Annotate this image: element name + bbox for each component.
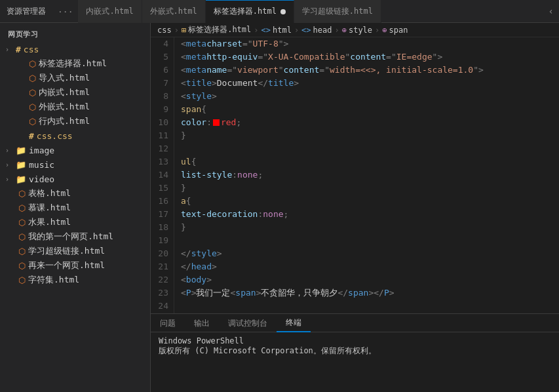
code-line-12 — [181, 142, 559, 155]
sidebar-item-zaiyige[interactable]: ⬡再来一个网页.html — [0, 258, 150, 273]
tab-label: 学习超级链接.html — [302, 6, 373, 17]
line-num-9: 9 — [156, 103, 168, 116]
terminal-line1: Windows PowerShell — [159, 336, 551, 345]
code-line-7: <title>Document</title> — [181, 77, 559, 90]
folder-icon: 📁 — [16, 174, 26, 184]
html-icon: ⬡ — [29, 117, 36, 127]
html-icon: ⬡ — [18, 232, 26, 242]
sidebar-item-biaoji[interactable]: ⬡标签选择器.html — [0, 56, 150, 71]
line-num-5: 5 — [156, 50, 168, 64]
sidebar-item-waiqian[interactable]: ⬡外嵌式.html — [0, 100, 150, 114]
hash-icon: # — [16, 45, 21, 54]
arrow-icon: › — [5, 46, 13, 53]
item-label: 字符集.html — [28, 274, 150, 286]
item-label: 我的第一个网页.html — [28, 231, 150, 243]
sidebar-item-moke[interactable]: ⬡慕课.html — [0, 201, 150, 215]
code-line-19 — [181, 234, 559, 247]
tab-tab-selector[interactable]: 标签选择器.html — [206, 0, 294, 23]
sidebar-item-css[interactable]: ›#css — [0, 42, 150, 56]
line-num-17: 17 — [156, 208, 168, 221]
line-num-6: 6 — [156, 64, 168, 77]
sidebar-item-daoru[interactable]: ⬡导入式.html — [0, 71, 150, 85]
folder-icon: 📁 — [16, 146, 26, 155]
item-label: 行内式.html — [39, 115, 150, 127]
html-icon: ⬡ — [18, 218, 26, 227]
item-label: music — [29, 160, 150, 170]
code-line-17: text-decoration: none; — [181, 208, 559, 221]
tab-tab-hyperlink[interactable]: 学习超级链接.html — [294, 0, 381, 23]
line-num-16: 16 — [156, 195, 168, 208]
code-line-23: <P>我们一定<span>不贪韶华，只争朝夕</span></P> — [181, 286, 559, 300]
tag-icon2: <> — [301, 26, 311, 35]
html-icon: ⬡ — [18, 261, 26, 271]
code-line-9: span { — [181, 103, 559, 116]
line-num-23: 23 — [156, 286, 168, 300]
sidebar-item-music[interactable]: ›📁music — [0, 157, 150, 172]
editor: css › ⊞ 标签选择器.html › <> html › <> head ›… — [151, 23, 559, 392]
line-num-4: 4 — [156, 37, 168, 50]
bottom-tab-problems[interactable]: 问题 — [151, 314, 185, 332]
line-num-10: 10 — [156, 116, 168, 129]
sidebar-item-video[interactable]: ›📁video — [0, 172, 150, 186]
sidebar-item-shuiguo[interactable]: ⬡水果.html — [0, 215, 150, 229]
editor-content[interactable]: 4567891011121314151617181920212223242526… — [151, 37, 559, 313]
item-label: 慕课.html — [28, 202, 150, 214]
html-icon: ⬡ — [29, 88, 36, 98]
code-line-10: color: red; — [181, 116, 559, 129]
line-num-22: 22 — [156, 273, 168, 286]
tab-bar: 内嵌式.html外嵌式.html标签选择器.html学习超级链接.html — [78, 0, 543, 23]
sidebar-item-hyperlink[interactable]: ⬡学习超级链接.html — [0, 244, 150, 258]
breadcrumb-span: ⊕ span — [382, 26, 408, 35]
tag-icon4: ⊕ — [382, 26, 387, 35]
tab-tab-external[interactable]: 外嵌式.html — [142, 0, 206, 23]
sidebar-item-csscss[interactable]: #css.css — [0, 128, 150, 143]
breadcrumb-file: ⊞ 标签选择器.html — [182, 24, 251, 35]
sidebar-item-neiqian[interactable]: ⬡内嵌式.html — [0, 85, 150, 100]
breadcrumb: css › ⊞ 标签选择器.html › <> html › <> head ›… — [151, 23, 559, 37]
bottom-tab-bar: 问题输出调试控制台终端 — [151, 314, 559, 332]
bottom-tab-terminal[interactable]: 终端 — [277, 314, 311, 332]
terminal-content[interactable]: Windows PowerShell 版权所有 (C) Microsoft Co… — [151, 332, 559, 392]
sidebar-item-biaoge[interactable]: ⬡表格.html — [0, 186, 150, 201]
item-label: 表格.html — [28, 187, 150, 199]
line-num-11: 11 — [156, 129, 168, 142]
breadcrumb-head: <> head — [301, 26, 332, 35]
hash-icon: # — [29, 131, 34, 141]
code-line-20: </style> — [181, 247, 559, 260]
sidebar-item-image[interactable]: ›📁image — [0, 143, 150, 157]
line-num-12: 12 — [156, 142, 168, 155]
bottom-tab-output[interactable]: 输出 — [185, 314, 219, 332]
item-label: 内嵌式.html — [39, 87, 150, 98]
tab-more-button[interactable]: ‹ — [543, 6, 559, 16]
code-line-14: list-style: none; — [181, 168, 559, 182]
explorer-title: 资源管理器 — [0, 6, 52, 17]
line-num-24: 24 — [156, 300, 168, 313]
code-line-13: ul { — [181, 155, 559, 168]
item-label: css.css — [37, 131, 150, 141]
sidebar-item-wodewangye[interactable]: ⬡我的第一个网页.html — [0, 229, 150, 244]
bottom-panel: 问题输出调试控制台终端 Windows PowerShell 版权所有 (C) … — [151, 313, 559, 392]
item-label: 标签选择器.html — [39, 58, 150, 69]
arrow-icon: › — [5, 161, 13, 168]
breadcrumb-style: ⊕ style — [342, 26, 372, 35]
line-num-18: 18 — [156, 221, 168, 234]
line-num-7: 7 — [156, 77, 168, 90]
code-line-5: <meta http-equiv="X-UA-Compatible" conte… — [181, 50, 559, 64]
sidebar-item-zifu[interactable]: ⬡字符集.html — [0, 273, 150, 287]
item-label: 导入式.html — [39, 72, 150, 84]
line-numbers: 4567891011121314151617181920212223242526… — [151, 37, 174, 313]
item-label: image — [29, 146, 150, 155]
tab-tab-embedded[interactable]: 内嵌式.html — [78, 0, 142, 23]
code-line-18: } — [181, 221, 559, 234]
line-num-8: 8 — [156, 90, 168, 103]
tab-label: 内嵌式.html — [86, 6, 133, 17]
more-actions[interactable]: ··· — [52, 7, 78, 16]
sidebar-item-xingneishi[interactable]: ⬡行内式.html — [0, 114, 150, 128]
modified-dot — [280, 9, 286, 14]
code-line-22: <body> — [181, 273, 559, 286]
html-icon: ⬡ — [18, 189, 26, 199]
bottom-tab-debug[interactable]: 调试控制台 — [219, 314, 277, 332]
code-area[interactable]: <meta charset="UTF-8"> <meta http-equiv=… — [174, 37, 559, 313]
arrow-icon: › — [5, 147, 13, 154]
breadcrumb-css: css — [157, 26, 172, 35]
